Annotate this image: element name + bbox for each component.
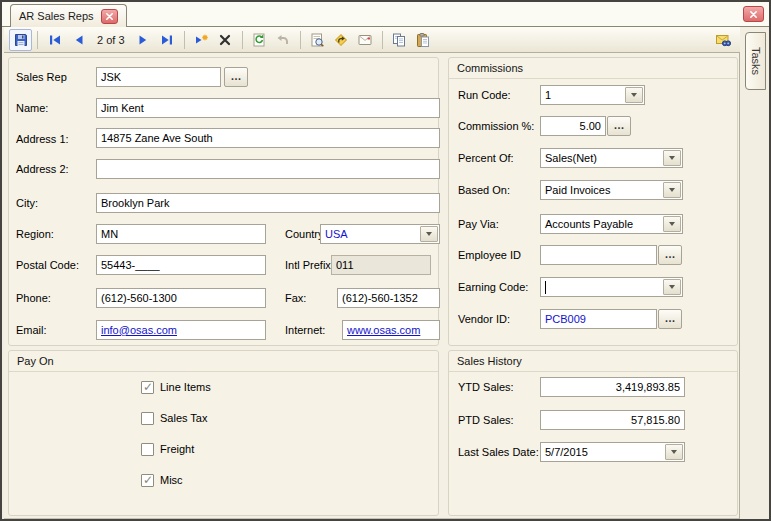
ptd-sales-label: PTD Sales: — [458, 414, 514, 426]
percent-of-label: Percent Of: — [458, 152, 514, 164]
toolbar-separator — [300, 31, 301, 49]
vendor-id-label: Vendor ID: — [458, 313, 510, 325]
save-icon — [13, 32, 29, 48]
email-link[interactable]: info@osas.com — [101, 324, 177, 336]
email-field[interactable]: info@osas.com — [96, 320, 266, 340]
new-record-button[interactable] — [190, 29, 213, 51]
checkbox-icon[interactable] — [141, 474, 154, 487]
delete-icon — [217, 32, 233, 48]
next-record-button[interactable] — [132, 29, 155, 51]
sales-rep-input[interactable] — [96, 67, 221, 87]
tab-close-button[interactable] — [101, 9, 118, 24]
paste-button[interactable] — [412, 29, 435, 51]
undo-button[interactable] — [272, 29, 295, 51]
previous-record-button[interactable] — [67, 29, 90, 51]
checkbox-icon[interactable] — [141, 412, 154, 425]
paste-icon — [415, 32, 431, 48]
close-icon — [749, 10, 758, 19]
last-record-icon — [159, 32, 175, 48]
internet-link[interactable]: www.osas.com — [347, 324, 420, 336]
pay-on-freight[interactable]: Freight — [141, 442, 194, 456]
fax-input[interactable] — [337, 288, 440, 308]
chevron-down-icon[interactable] — [663, 279, 681, 295]
commission-pct-lookup-button[interactable]: … — [607, 116, 631, 136]
chevron-down-icon[interactable] — [665, 444, 683, 460]
print-preview-button[interactable] — [306, 29, 329, 51]
based-on-value: Paid Invoices — [545, 184, 610, 196]
goto-button[interactable] — [330, 29, 353, 51]
percent-of-value: Sales(Net) — [545, 152, 597, 164]
sales-rep-lookup-button[interactable]: … — [224, 67, 248, 87]
pay-on-sales-tax[interactable]: Sales Tax — [141, 411, 208, 425]
city-input[interactable] — [96, 193, 440, 213]
delete-record-button[interactable] — [214, 29, 237, 51]
commission-pct-label: Commission %: — [458, 120, 534, 132]
ytd-sales-label: YTD Sales: — [458, 381, 514, 393]
region-label: Region: — [16, 228, 54, 240]
pay-on-misc[interactable]: Misc — [141, 473, 183, 487]
employee-id-input[interactable] — [540, 245, 657, 265]
pay-via-select[interactable]: Accounts Payable — [540, 214, 683, 234]
mail-search-icon — [715, 32, 731, 48]
address1-input[interactable] — [96, 128, 440, 148]
chevron-down-icon[interactable] — [420, 226, 438, 242]
country-select[interactable]: USA — [320, 224, 440, 244]
tasks-tab[interactable]: Tasks — [745, 32, 766, 90]
phone-input[interactable] — [96, 288, 266, 308]
employee-id-label: Employee ID — [458, 249, 521, 261]
mail-search-button[interactable] — [711, 29, 734, 51]
last-sales-date-label: Last Sales Date: — [458, 446, 539, 458]
vendor-id-lookup-button[interactable]: … — [658, 309, 682, 329]
commission-pct-input[interactable] — [540, 116, 606, 136]
tab-ar-sales-reps[interactable]: AR Sales Reps — [10, 4, 127, 27]
email-button[interactable] — [354, 29, 377, 51]
internet-label: Internet: — [285, 324, 325, 336]
pay-on-line-items[interactable]: Line Items — [141, 380, 211, 394]
postal-code-label: Postal Code: — [16, 259, 79, 271]
chevron-down-icon[interactable] — [663, 182, 681, 198]
first-record-button[interactable] — [43, 29, 66, 51]
run-code-select[interactable]: 1 — [540, 85, 645, 105]
vendor-id-input[interactable] — [540, 309, 657, 329]
window-close-button[interactable] — [743, 6, 764, 22]
postal-code-input[interactable] — [96, 255, 266, 275]
tasks-tab-label: Tasks — [750, 47, 762, 75]
last-sales-date-select[interactable]: 5/7/2015 — [540, 442, 685, 462]
percent-of-select[interactable]: Sales(Net) — [540, 148, 683, 168]
earning-code-select[interactable] — [540, 277, 683, 297]
commissions-title: Commissions — [449, 58, 737, 79]
pay-on-panel: Pay On Line Items Sales Tax Freight Misc — [8, 350, 439, 516]
commissions-panel: Commissions Run Code: 1 Commission %: … … — [448, 57, 738, 346]
region-input[interactable] — [96, 224, 266, 244]
last-record-button[interactable] — [156, 29, 179, 51]
run-code-value: 1 — [545, 89, 551, 101]
country-value: USA — [325, 228, 348, 240]
chevron-down-icon[interactable] — [625, 87, 643, 103]
toolbar: 2 of 3 — [4, 27, 740, 53]
ptd-sales-input[interactable] — [540, 410, 685, 430]
email-label: Email: — [16, 324, 47, 336]
tab-bar: AR Sales Reps — [2, 2, 769, 27]
address2-input[interactable] — [96, 159, 440, 179]
copy-button[interactable] — [388, 29, 411, 51]
refresh-button[interactable] — [248, 29, 271, 51]
employee-id-lookup-button[interactable]: … — [658, 245, 682, 265]
checkbox-icon[interactable] — [141, 443, 154, 456]
checkbox-label: Misc — [160, 474, 183, 486]
address1-label: Address 1: — [16, 133, 69, 145]
name-input[interactable] — [96, 98, 440, 118]
based-on-label: Based On: — [458, 184, 510, 196]
chevron-down-icon[interactable] — [663, 216, 681, 232]
address-panel: Sales Rep … Name: Address 1: Address 2: … — [8, 57, 439, 346]
earning-code-label: Earning Code: — [458, 281, 528, 293]
internet-field[interactable]: www.osas.com — [342, 320, 440, 340]
app-window: AR Sales Reps 2 of 3 — [0, 0, 771, 521]
checkbox-icon[interactable] — [141, 381, 154, 394]
based-on-select[interactable]: Paid Invoices — [540, 180, 683, 200]
toolbar-separator — [242, 31, 243, 49]
ytd-sales-input[interactable] — [540, 377, 685, 397]
save-button[interactable] — [9, 29, 32, 51]
chevron-down-icon[interactable] — [663, 150, 681, 166]
refresh-icon — [251, 32, 267, 48]
phone-label: Phone: — [16, 292, 51, 304]
